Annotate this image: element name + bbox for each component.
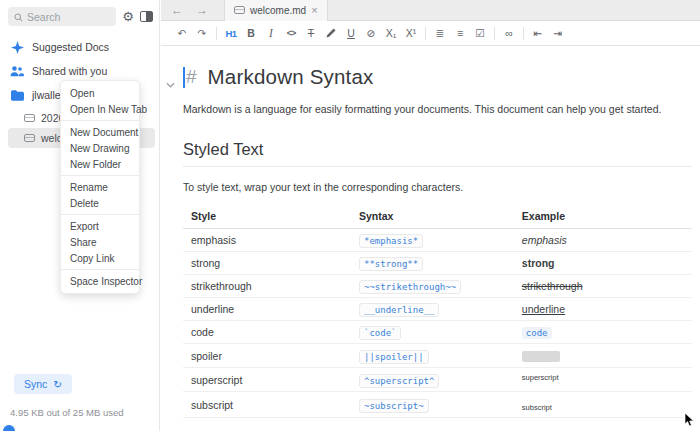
menu-divider xyxy=(61,269,139,270)
intro-paragraph: Markdown is a language for easily format… xyxy=(183,102,692,117)
example-cell: strikethrough xyxy=(514,275,692,298)
menu-divider xyxy=(61,214,139,215)
subscript-button[interactable]: X₁ xyxy=(381,23,401,43)
syntax-cell: ||spoiler|| xyxy=(351,344,514,368)
menu-item-new-document[interactable]: New Document xyxy=(61,124,139,140)
syntax-cell: *emphasis* xyxy=(351,229,514,252)
menu-item-open[interactable]: Open xyxy=(61,85,139,101)
italic-button[interactable]: I xyxy=(261,23,281,43)
style-cell: strong xyxy=(183,252,351,275)
markdown-file-icon xyxy=(24,134,35,142)
spoiler-example-block xyxy=(522,351,560,362)
underline-button[interactable]: U xyxy=(341,23,361,43)
bullet-list-button[interactable]: ≡ xyxy=(450,23,470,43)
example-cell: emphasis xyxy=(514,229,692,252)
syntax-code: ||spoiler|| xyxy=(359,350,429,364)
spoiler-button[interactable]: ⊘ xyxy=(361,23,381,43)
menu-item-export[interactable]: Export xyxy=(61,218,139,234)
table-header-row: StyleSyntaxExample xyxy=(183,204,692,229)
heading-1-button[interactable]: H1 xyxy=(221,23,241,43)
chevron-down-icon[interactable] xyxy=(166,74,175,92)
table-row-code: code`code`code xyxy=(183,321,692,344)
menu-item-new-drawing[interactable]: New Drawing xyxy=(61,140,139,156)
syntax-code: `code` xyxy=(359,326,402,340)
example-cell xyxy=(514,344,692,368)
sync-button[interactable]: Sync ↻ xyxy=(14,374,72,394)
nav-back-icon[interactable]: ← xyxy=(171,4,183,16)
styled-text-table: StyleSyntaxExample emphasis*emphasis*emp… xyxy=(183,204,692,418)
table-row-strikethrough: strikethrough~~strikethrough~~strikethro… xyxy=(183,275,692,298)
example-text: underline xyxy=(522,303,565,315)
style-cell: code xyxy=(183,321,351,344)
toolbar-separator xyxy=(216,27,217,40)
page-title: Markdown Syntax xyxy=(208,65,374,89)
menu-item-copy-link[interactable]: Copy Link xyxy=(61,250,139,266)
example-text: emphasis xyxy=(522,234,567,246)
tab-close-icon[interactable]: × xyxy=(311,4,317,16)
menu-item-open-in-new-tab[interactable]: Open In New Tab xyxy=(61,101,139,117)
heading-1-row: # Markdown Syntax xyxy=(183,65,692,89)
sparkle-icon xyxy=(10,40,24,54)
bold-button[interactable]: B xyxy=(241,23,261,43)
syntax-code: *emphasis* xyxy=(359,234,423,248)
panel-toggle-icon[interactable] xyxy=(140,11,153,22)
syntax-cell: **strong** xyxy=(351,252,514,275)
table-row-underline: underline__underline__underline xyxy=(183,298,692,321)
redo-button[interactable]: ↷ xyxy=(192,23,212,43)
syntax-code: **strong** xyxy=(359,257,423,271)
outdent-button[interactable]: ⇤ xyxy=(528,23,548,43)
indent-button[interactable]: ⇥ xyxy=(548,23,568,43)
folder-icon xyxy=(10,88,24,102)
formatting-toolbar: ↶↷H1BI<>TU⊘X₁X¹≣≡☑∞⇤⇥ xyxy=(161,21,700,46)
example-text: subscript xyxy=(522,403,552,412)
table-body: emphasis*emphasis*emphasisstrong**strong… xyxy=(183,229,692,418)
strikethrough-button[interactable]: T xyxy=(301,23,321,43)
syntax-code: ^superscript^ xyxy=(359,374,439,388)
markdown-file-icon xyxy=(234,6,245,14)
cutoff-action-button[interactable] xyxy=(3,425,15,431)
example-cell: subscript xyxy=(514,392,692,418)
inline-code-button[interactable]: <> xyxy=(281,23,301,43)
menu-item-share[interactable]: Share xyxy=(61,234,139,250)
syntax-cell: __underline__ xyxy=(351,298,514,321)
mouse-cursor xyxy=(684,413,696,431)
sidebar-item-label: Shared with you xyxy=(32,65,107,77)
example-cell: superscript xyxy=(514,368,692,392)
menu-item-delete[interactable]: Delete xyxy=(61,195,139,211)
sync-label: Sync xyxy=(24,378,47,390)
example-cell: strong xyxy=(514,252,692,275)
ordered-list-button[interactable]: ≣ xyxy=(430,23,450,43)
column-header-style: Style xyxy=(183,204,351,229)
syntax-cell: ~~strikethrough~~ xyxy=(351,275,514,298)
toolbar-separator xyxy=(494,27,495,40)
menu-item-space-inspector[interactable]: Space Inspector xyxy=(61,273,139,289)
column-header-example: Example xyxy=(514,204,692,229)
check-list-button[interactable]: ☑ xyxy=(470,23,490,43)
example-cell: code xyxy=(514,321,692,344)
highlight-button[interactable] xyxy=(321,23,341,43)
document-content[interactable]: # Markdown Syntax Markdown is a language… xyxy=(161,47,700,431)
link-button[interactable]: ∞ xyxy=(499,23,519,43)
search-box[interactable] xyxy=(8,7,116,26)
people-icon xyxy=(10,64,24,78)
table-row-strong: strong**strong**strong xyxy=(183,252,692,275)
table-row-superscript: superscript^superscript^superscript xyxy=(183,368,692,392)
example-cell: underline xyxy=(514,298,692,321)
example-text: code xyxy=(522,327,552,339)
style-cell: spoiler xyxy=(183,344,351,368)
nav-forward-icon[interactable]: → xyxy=(196,4,208,16)
gear-icon[interactable]: ⚙ xyxy=(122,10,134,23)
search-input[interactable] xyxy=(27,11,110,23)
toolbar-separator xyxy=(425,27,426,40)
menu-item-rename[interactable]: Rename xyxy=(61,179,139,195)
sidebar-item-suggested-docs[interactable]: Suggested Docs xyxy=(0,35,159,59)
menu-item-new-folder[interactable]: New Folder xyxy=(61,156,139,172)
superscript-button[interactable]: X¹ xyxy=(401,23,421,43)
tab-welcome-md[interactable]: welcome.md × xyxy=(224,0,328,21)
tab-bar: ← → welcome.md × xyxy=(161,0,700,21)
undo-button[interactable]: ↶ xyxy=(172,23,192,43)
text-cursor xyxy=(183,67,185,88)
style-cell: superscript xyxy=(183,368,351,392)
style-cell: strikethrough xyxy=(183,275,351,298)
table-row-emphasis: emphasis*emphasis*emphasis xyxy=(183,229,692,252)
